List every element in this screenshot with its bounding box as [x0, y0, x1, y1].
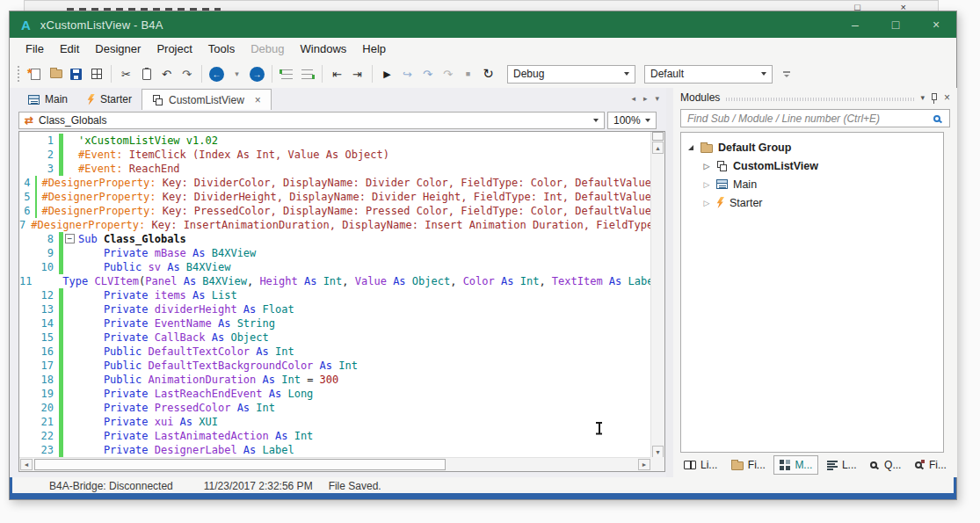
splitter-handle[interactable]: [652, 132, 664, 141]
zoom-combo[interactable]: 100%: [607, 112, 657, 129]
navigate-forward-icon[interactable]: →: [247, 63, 267, 84]
code-line[interactable]: 4#DesignerProperty: Key: DividerColor, D…: [19, 176, 651, 190]
collapsed-arrow-icon[interactable]: ▷: [702, 199, 711, 207]
tab-starter[interactable]: Starter: [77, 89, 142, 110]
minimize-button[interactable]: –: [835, 11, 875, 38]
code-line[interactable]: 20 Private PressedColor As Int: [19, 401, 651, 415]
code-line[interactable]: 9 Private mBase As B4XView: [19, 246, 651, 260]
collapsed-arrow-icon[interactable]: ▷: [702, 180, 711, 189]
code-line[interactable]: 19 Private LastReachEndEvent As Long: [19, 387, 651, 401]
build-config-combo[interactable]: Default: [644, 65, 773, 84]
save-icon[interactable]: [66, 63, 86, 84]
scroll-down-icon[interactable]: ▼: [652, 446, 664, 458]
code-line[interactable]: 13 Private dividerHeight As Float: [19, 302, 651, 316]
tree-item-customlistview[interactable]: ▷CustomListView: [681, 156, 943, 175]
scroll-left-icon[interactable]: ◄: [20, 459, 33, 470]
panel-splitter[interactable]: [666, 88, 673, 477]
modules-search-input[interactable]: Find Sub / Module / Line number (Ctrl+E): [680, 109, 950, 127]
cut-icon[interactable]: ✂: [116, 63, 136, 84]
debug-mode-combo[interactable]: Debug: [507, 65, 635, 84]
code-text: Private DesignerLabel As Label: [78, 443, 294, 457]
menu-windows[interactable]: Windows: [293, 38, 355, 60]
step-out-icon[interactable]: ↷: [438, 63, 458, 84]
panel-tab-l[interactable]: L...: [822, 456, 862, 474]
comment-icon[interactable]: [277, 63, 297, 84]
panel-menu-dropdown-icon[interactable]: ▾: [920, 93, 925, 102]
paste-icon[interactable]: [136, 63, 156, 84]
tab-scroll-right-icon[interactable]: ▸: [643, 94, 648, 103]
tab-customlistview[interactable]: CustomListView×: [142, 89, 272, 110]
pin-icon[interactable]: [931, 92, 938, 104]
menu-edit[interactable]: Edit: [52, 38, 87, 60]
vertical-scrollbar[interactable]: ▲ ▼: [650, 132, 664, 458]
code-line[interactable]: 18 Public AnimationDuration As Int = 300: [19, 373, 651, 387]
menu-help[interactable]: Help: [354, 38, 394, 60]
panel-close-icon[interactable]: ×: [944, 91, 950, 104]
code-line[interactable]: 12 Private items As List: [19, 288, 651, 302]
code-line[interactable]: 8−Sub Class_Globals: [19, 232, 651, 246]
code-line[interactable]: 14 Private EventName As String: [19, 316, 651, 331]
panel-tab-m[interactable]: M...: [773, 455, 818, 475]
panel-tab-fi[interactable]: Fi...: [726, 456, 771, 474]
back-history-dropdown-icon[interactable]: ▾: [227, 63, 247, 84]
open-project-icon[interactable]: [46, 63, 66, 84]
panel-tab-label: L...: [842, 459, 857, 471]
run-icon[interactable]: ▶: [377, 63, 397, 84]
collapse-icon[interactable]: −: [65, 234, 75, 243]
sub-selector-combo[interactable]: ⇄ Class_Globals: [18, 112, 605, 129]
code-line[interactable]: 15 Private CallBack As Object: [19, 331, 651, 345]
close-button[interactable]: ×: [916, 11, 956, 38]
tab-list-dropdown-icon[interactable]: ▾: [655, 94, 659, 103]
code-line[interactable]: 7#DesignerProperty: Key: InsertAnimation…: [19, 218, 651, 232]
menu-project[interactable]: Project: [149, 38, 200, 60]
code-editor[interactable]: 1'xCustomListView v1.022#Event: ItemClic…: [18, 131, 665, 472]
scroll-right-icon[interactable]: ►: [638, 459, 650, 470]
redo-icon[interactable]: ↷: [177, 63, 197, 84]
panel-tab-li[interactable]: Li...: [679, 456, 722, 474]
tab-main[interactable]: Main: [18, 89, 77, 110]
horizontal-scrollbar[interactable]: ◄ ►: [19, 457, 651, 471]
code-line[interactable]: 6#DesignerProperty: Key: PressedColor, D…: [19, 204, 651, 218]
tree-item-main[interactable]: ▷Main: [681, 175, 943, 193]
menu-tools[interactable]: Tools: [200, 38, 243, 60]
step-into-icon[interactable]: ↪: [397, 63, 417, 84]
code-line[interactable]: 17 Public DefaultTextBackgroundColor As …: [19, 359, 651, 373]
scroll-up-icon[interactable]: ▲: [652, 142, 664, 154]
menu-designer[interactable]: Designer: [87, 38, 149, 60]
step-over-icon[interactable]: ↷: [417, 63, 438, 84]
collapsed-arrow-icon[interactable]: ▷: [702, 162, 711, 171]
code-line[interactable]: 16 Public DefaultTextColor As Int: [19, 345, 651, 359]
toolbar-overflow-icon[interactable]: [783, 71, 790, 77]
navigate-back-icon[interactable]: ←: [207, 63, 227, 84]
maximize-button[interactable]: □: [875, 11, 916, 38]
tree-item-default-group[interactable]: Default Group: [681, 138, 943, 156]
package-icon[interactable]: [86, 63, 106, 84]
search-icon[interactable]: [933, 115, 940, 122]
expanded-arrow-icon[interactable]: [686, 145, 695, 150]
code-line[interactable]: 11 Type CLVItem(Panel As B4XView, Height…: [19, 274, 651, 288]
menu-debug[interactable]: Debug: [243, 38, 292, 60]
code-line[interactable]: 23 Private DesignerLabel As Label: [19, 443, 651, 457]
uncomment-icon[interactable]: [297, 63, 317, 84]
code-area[interactable]: 1'xCustomListView v1.022#Event: ItemClic…: [19, 132, 651, 458]
tree-item-starter[interactable]: ▷Starter: [681, 193, 943, 212]
outdent-icon[interactable]: ⇤: [327, 63, 347, 84]
new-project-icon[interactable]: [25, 63, 46, 84]
close-tab-icon[interactable]: ×: [255, 94, 261, 106]
code-line[interactable]: 3#Event: ReachEnd: [19, 162, 651, 176]
undo-icon[interactable]: ↶: [156, 63, 177, 84]
horizontal-scroll-thumb[interactable]: [34, 459, 446, 470]
code-line[interactable]: 22 Private LastAnimatedAction As Int: [19, 429, 651, 443]
code-line[interactable]: 21 Private xui As XUI: [19, 415, 651, 429]
indent-icon[interactable]: ⇥: [347, 63, 367, 84]
restart-icon[interactable]: ↻: [478, 63, 498, 84]
stop-icon[interactable]: ■: [458, 63, 478, 84]
code-line[interactable]: 2#Event: ItemClick (Index As Int, Value …: [19, 148, 651, 162]
code-line[interactable]: 5#DesignerProperty: Key: DividerHeight, …: [19, 190, 651, 204]
menu-file[interactable]: File: [18, 38, 52, 60]
tab-scroll-left-icon[interactable]: ◂: [631, 94, 635, 103]
code-line[interactable]: 1'xCustomListView v1.02: [19, 134, 651, 148]
panel-tab-fi[interactable]: Fi...: [910, 456, 952, 474]
panel-tab-q[interactable]: Q...: [865, 456, 906, 474]
code-line[interactable]: 10 Public sv As B4XView: [19, 260, 651, 274]
